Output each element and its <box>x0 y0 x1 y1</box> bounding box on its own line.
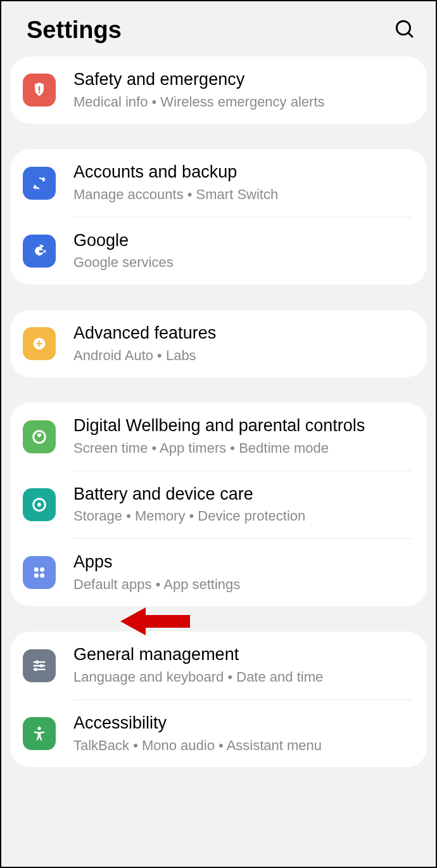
row-title: Accounts and backup <box>73 162 412 183</box>
svg-point-15 <box>40 573 44 578</box>
item-advanced-features[interactable]: Advanced features Android Auto • Labs <box>10 310 427 377</box>
row-title: Safety and emergency <box>73 69 412 91</box>
svg-rect-8 <box>36 343 42 344</box>
item-battery-device-care[interactable]: Battery and device care Storage • Memory… <box>10 471 427 538</box>
row-text: General management Language and keyboard… <box>73 644 412 686</box>
svg-marker-5 <box>33 186 36 190</box>
row-text: Accounts and backup Manage accounts • Sm… <box>73 162 412 204</box>
row-title: Accessibility <box>73 713 412 734</box>
row-title: Advanced features <box>73 323 412 344</box>
row-title: Digital Wellbeing and parental controls <box>73 415 412 437</box>
google-icon <box>23 235 56 268</box>
item-accounts-backup[interactable]: Accounts and backup Manage accounts • Sm… <box>10 149 427 216</box>
sync-icon <box>23 167 56 200</box>
item-google[interactable]: Google Google services <box>10 217 427 285</box>
settings-group: General management Language and keyboard… <box>10 632 427 767</box>
row-subtitle: Storage • Memory • Device protection <box>73 507 412 526</box>
row-subtitle: TalkBack • Mono audio • Assistant menu <box>73 737 412 755</box>
svg-marker-23 <box>120 607 190 635</box>
svg-point-19 <box>40 664 43 667</box>
svg-point-12 <box>34 567 39 572</box>
item-apps[interactable]: Apps Default apps • App settings <box>10 539 427 606</box>
row-title: General management <box>73 644 412 666</box>
row-subtitle: Android Auto • Labs <box>73 347 412 365</box>
settings-group: Safety and emergency Medical info • Wire… <box>10 56 427 124</box>
svg-point-22 <box>37 727 41 730</box>
settings-group: Digital Wellbeing and parental controls … <box>10 403 427 606</box>
svg-point-21 <box>34 668 37 671</box>
settings-group: Accounts and backup Manage accounts • Sm… <box>10 149 427 285</box>
row-text: Apps Default apps • App settings <box>73 552 412 593</box>
header: Settings <box>1 1 436 56</box>
search-icon[interactable] <box>394 18 415 42</box>
item-digital-wellbeing[interactable]: Digital Wellbeing and parental controls … <box>10 403 427 470</box>
row-subtitle: Google services <box>73 254 412 272</box>
row-subtitle: Medical info • Wireless emergency alerts <box>73 93 412 112</box>
svg-line-1 <box>408 32 413 37</box>
svg-point-17 <box>35 660 39 663</box>
row-subtitle: Language and keyboard • Date and time <box>73 668 412 687</box>
row-title: Battery and device care <box>73 484 412 505</box>
svg-rect-2 <box>39 86 40 91</box>
settings-group: Advanced features Android Auto • Labs <box>10 310 427 377</box>
row-title: Apps <box>73 552 412 573</box>
device-care-icon <box>23 488 56 521</box>
item-general-management[interactable]: General management Language and keyboard… <box>10 632 427 699</box>
wellbeing-icon <box>23 420 56 453</box>
safety-icon <box>23 74 56 107</box>
advanced-icon <box>23 327 56 360</box>
svg-point-0 <box>396 21 410 34</box>
row-text: Google Google services <box>73 230 412 272</box>
accessibility-icon <box>23 717 56 750</box>
row-text: Digital Wellbeing and parental controls … <box>73 415 412 457</box>
row-text: Battery and device care Storage • Memory… <box>73 484 412 526</box>
row-subtitle: Manage accounts • Smart Switch <box>73 186 412 204</box>
svg-point-11 <box>37 503 41 507</box>
svg-marker-4 <box>43 176 46 179</box>
row-subtitle: Screen time • App timers • Bedtime mode <box>73 439 412 458</box>
row-title: Google <box>73 230 412 252</box>
item-safety-emergency[interactable]: Safety and emergency Medical info • Wire… <box>10 56 427 124</box>
svg-point-13 <box>40 567 44 572</box>
row-text: Accessibility TalkBack • Mono audio • As… <box>73 713 412 755</box>
apps-icon <box>23 556 56 589</box>
row-subtitle: Default apps • App settings <box>73 576 412 594</box>
sliders-icon <box>23 649 56 682</box>
row-text: Safety and emergency Medical info • Wire… <box>73 69 412 111</box>
svg-rect-3 <box>39 92 40 93</box>
row-text: Advanced features Android Auto • Labs <box>73 323 412 365</box>
page-title: Settings <box>27 16 122 44</box>
item-accessibility[interactable]: Accessibility TalkBack • Mono audio • As… <box>10 700 427 767</box>
svg-point-14 <box>34 573 39 578</box>
